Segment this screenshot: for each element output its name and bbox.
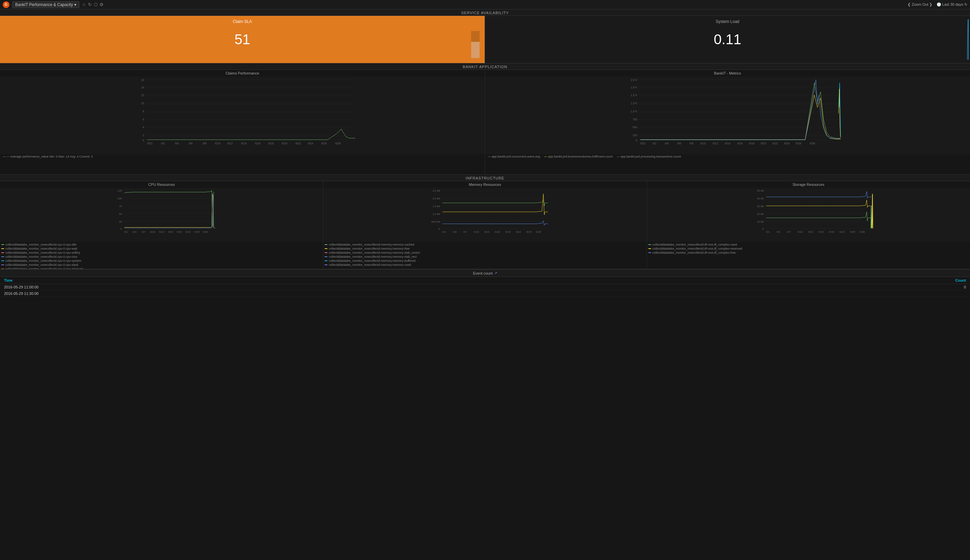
svg-text:6/8: 6/8 — [690, 142, 694, 145]
svg-text:6/16: 6/16 — [255, 142, 260, 145]
svg-text:10: 10 — [141, 102, 144, 105]
table-row: 2016-05-29 11:00:000 — [0, 284, 970, 290]
star-icon[interactable]: ☆ — [82, 2, 86, 7]
svg-text:14: 14 — [141, 86, 144, 89]
bankit-application-header: BANKIT APPLICATION — [0, 63, 970, 70]
svg-text:6/12: 6/12 — [713, 142, 718, 145]
external-link-icon[interactable]: ↗ — [494, 271, 497, 275]
main-content: SERVICE AVAILABILITY Claim SLA 51 System… — [0, 10, 970, 297]
svg-text:30 Bil: 30 Bil — [757, 205, 764, 208]
svg-text:40 Bil: 40 Bil — [757, 197, 764, 200]
event-count-header: Event count ↗ — [0, 270, 970, 277]
svg-text:6/13: 6/13 — [159, 230, 164, 233]
svg-text:500 Mil: 500 Mil — [431, 220, 440, 223]
svg-text:50 Bil: 50 Bil — [757, 189, 764, 192]
svg-text:0: 0 — [439, 227, 441, 230]
table-row: 2016-05-29 11:30:00 — [0, 290, 970, 297]
svg-text:750: 750 — [633, 118, 637, 121]
system-load-label: System Load — [716, 19, 739, 24]
svg-text:0: 0 — [636, 139, 637, 142]
app-logo[interactable]: G — [3, 2, 10, 8]
svg-text:6/16: 6/16 — [168, 230, 174, 233]
cpu-legend: collectddatalake_monitor_nowcollectd.cpu… — [0, 242, 323, 269]
svg-text:6/14: 6/14 — [241, 142, 247, 145]
svg-text:1.0 Bil: 1.0 Bil — [433, 213, 440, 215]
svg-text:6/4: 6/4 — [133, 230, 137, 233]
svg-text:6/28: 6/28 — [203, 230, 208, 233]
claims-performance-panel: Claims Performance 0 — [0, 70, 485, 174]
svg-text:6/13: 6/13 — [808, 230, 813, 233]
svg-text:1.3 K: 1.3 K — [631, 102, 638, 105]
svg-text:6/19: 6/19 — [506, 230, 511, 233]
save-icon[interactable]: ⬡ — [94, 2, 98, 7]
zoom-out-button[interactable]: ❮ Zoom Out ❯ — [908, 2, 932, 7]
svg-text:6/28: 6/28 — [335, 142, 341, 145]
svg-text:1.5 Bil: 1.5 Bil — [433, 205, 440, 208]
count-column-header: Count — [673, 277, 970, 284]
topbar-icons: ☆ ↻ ⬡ ⚙ — [82, 2, 104, 7]
event-count-value: 0 — [673, 284, 970, 290]
svg-text:6/25: 6/25 — [526, 230, 532, 233]
event-table: Time Count 2016-05-29 11:00:0002016-05-2… — [0, 277, 970, 297]
svg-text:6/6: 6/6 — [189, 142, 193, 145]
svg-text:25: 25 — [119, 220, 122, 223]
svg-text:6/7: 6/7 — [463, 230, 467, 233]
svg-text:6/26: 6/26 — [321, 142, 327, 145]
memory-resources-panel: Memory Resources 0 500 Mil 1.0 Bil 1.5 B… — [323, 181, 647, 269]
svg-text:12: 12 — [141, 94, 144, 97]
bankit-metrics-panel: BankIT - Metrics 0 — [485, 70, 970, 174]
dashboard-title[interactable]: BankIT Performance & Capacity ▾ — [12, 2, 79, 8]
svg-text:6/18: 6/18 — [749, 142, 754, 145]
event-count-section: Event count ↗ Time Count 2016-05-29 11:0… — [0, 269, 970, 297]
svg-text:6/22: 6/22 — [296, 142, 301, 145]
time-range[interactable]: 🕐 Last 30 days ↻ — [937, 2, 968, 7]
settings-icon[interactable]: ⚙ — [100, 2, 104, 7]
infrastructure-header: INFRASTRUCTURE — [0, 175, 970, 181]
svg-text:6/22: 6/22 — [773, 142, 778, 145]
svg-text:6/22: 6/22 — [840, 230, 845, 233]
svg-text:6/18: 6/18 — [268, 142, 274, 145]
svg-text:6/28: 6/28 — [859, 230, 865, 233]
svg-text:5/31: 5/31 — [147, 142, 152, 145]
svg-text:0: 0 — [120, 227, 122, 230]
svg-text:6/13: 6/13 — [484, 230, 490, 233]
svg-text:500: 500 — [633, 126, 637, 129]
svg-text:6/2: 6/2 — [161, 142, 165, 145]
svg-text:20 Bil: 20 Bil — [757, 213, 764, 215]
svg-text:6/2: 6/2 — [653, 142, 657, 145]
refresh-icon[interactable]: ↻ — [88, 2, 92, 7]
svg-text:6/14: 6/14 — [725, 142, 730, 145]
svg-text:6/8: 6/8 — [203, 142, 207, 145]
svg-text:6/10: 6/10 — [474, 230, 479, 233]
svg-text:2.0 Bil: 2.0 Bil — [433, 197, 440, 200]
svg-text:100: 100 — [117, 197, 122, 200]
svg-text:6/4: 6/4 — [776, 230, 781, 233]
svg-text:0: 0 — [762, 227, 764, 230]
storage-resources-panel: Storage Resources 0 10 Bil 20 Bil 30 Bil — [647, 181, 970, 269]
svg-text:2.5 Bil: 2.5 Bil — [433, 189, 440, 192]
topbar-right: ❮ Zoom Out ❯ 🕐 Last 30 days ↻ — [908, 2, 967, 7]
svg-text:6/22: 6/22 — [516, 230, 521, 233]
svg-text:6/10: 6/10 — [700, 142, 706, 145]
svg-text:6/24: 6/24 — [784, 142, 790, 145]
svg-text:6/16: 6/16 — [495, 230, 501, 233]
claim-sla-panel: Claim SLA 51 — [0, 16, 485, 63]
svg-text:125: 125 — [117, 189, 122, 192]
infrastructure-section: INFRASTRUCTURE CPU Resources 0 25 — [0, 175, 970, 269]
svg-text:250: 250 — [633, 134, 637, 137]
event-count-value — [673, 290, 970, 297]
bankit-application-section: BANKIT APPLICATION Claims Performance — [0, 63, 970, 175]
svg-text:6/25: 6/25 — [850, 230, 855, 233]
memory-resources-title: Memory Resources — [323, 183, 646, 187]
svg-text:6/16: 6/16 — [818, 230, 824, 233]
claim-sla-label: Claim SLA — [233, 19, 252, 24]
svg-text:4: 4 — [143, 126, 144, 129]
svg-text:6/10: 6/10 — [215, 142, 220, 145]
storage-resources-title: Storage Resources — [647, 183, 970, 187]
svg-text:0: 0 — [143, 139, 144, 142]
time-column-header: Time — [0, 277, 673, 284]
svg-text:1.8 K: 1.8 K — [631, 86, 638, 89]
svg-text:6/16: 6/16 — [738, 142, 743, 145]
svg-text:6/7: 6/7 — [787, 230, 791, 233]
svg-text:6/12: 6/12 — [227, 142, 233, 145]
